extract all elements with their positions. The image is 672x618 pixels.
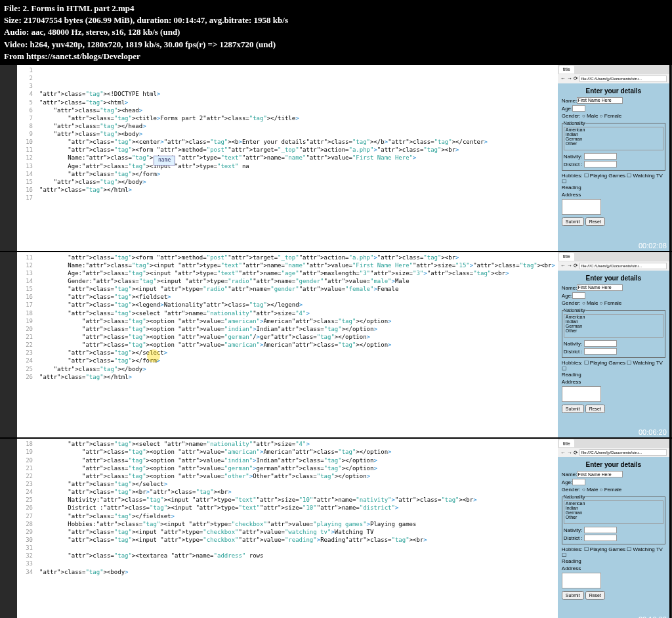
timestamp: 00:02:08 — [639, 242, 667, 250]
timestamp: 00:10:32 — [639, 615, 667, 618]
code-editor[interactable]: 18 "attr">class="tag"><select "attr">nam… — [17, 439, 558, 618]
media-info-header: File: 2. Forms in HTML part 2.mp4 Size: … — [0, 0, 672, 65]
frame-5: 18 "attr">class="tag"><select "attr">nam… — [0, 439, 669, 618]
thumbnail-grid: 1234"attr">class="tag"><!DOCTYPE html>5"… — [0, 65, 672, 618]
autocomplete-tooltip: name — [154, 156, 175, 166]
code-editor[interactable]: 1234"attr">class="tag"><!DOCTYPE html>5"… — [17, 65, 558, 251]
code-editor[interactable]: 11 "attr">class="tag"><form "attr">metho… — [17, 252, 558, 438]
frame-1: 1234"attr">class="tag"><!DOCTYPE html>5"… — [0, 65, 669, 251]
frame-3: 11 "attr">class="tag"><form "attr">metho… — [0, 252, 669, 438]
browser-preview: title ←→⟳ Enter your details Name: Age: … — [558, 439, 669, 618]
browser-preview: title ←→⟳ Enter your details Name: Age: … — [558, 65, 669, 251]
timestamp: 00:06:20 — [639, 428, 667, 436]
browser-preview: title ←→⟳ Enter your details Name: Age: … — [558, 252, 669, 438]
